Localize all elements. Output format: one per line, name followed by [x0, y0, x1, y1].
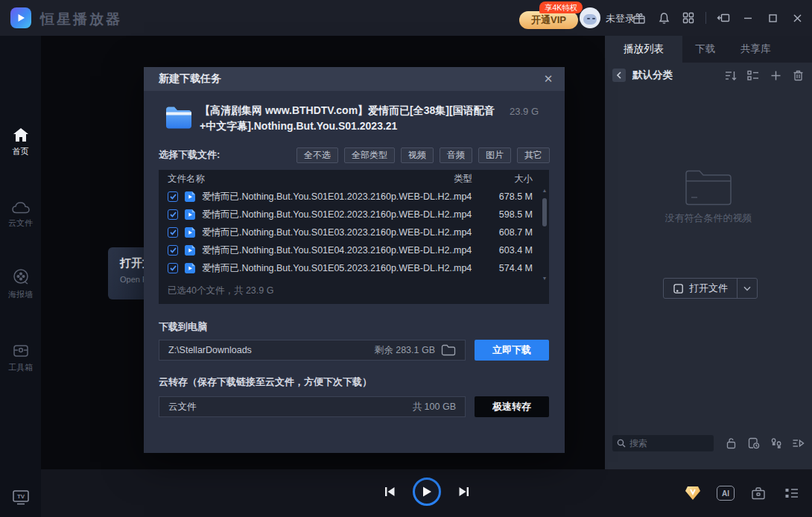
- download-now-button[interactable]: 立即下载: [475, 340, 549, 361]
- player-bar: AI: [41, 469, 812, 517]
- next-button[interactable]: [457, 486, 471, 498]
- play-button[interactable]: [413, 478, 441, 506]
- tab-playlist[interactable]: 播放列表: [605, 36, 682, 63]
- chevron-left-icon: [616, 72, 622, 79]
- sidebar-item-home[interactable]: 首页: [0, 127, 41, 157]
- cloud-file-value: 云文件: [168, 401, 197, 413]
- gift-icon[interactable]: [632, 10, 647, 25]
- dialog-header: 新建下载任务 ✕: [144, 67, 565, 91]
- apps-grid-icon[interactable]: [681, 10, 696, 25]
- cloud-icon: [11, 201, 31, 215]
- maximize-icon[interactable]: [765, 10, 780, 25]
- chevron-down-icon[interactable]: [738, 279, 757, 298]
- table-row[interactable]: 爱情而已.Nothing.But.You.S01E04.2023.2160p.W…: [159, 241, 549, 259]
- cloud-file-field[interactable]: 云文件 共 100 GB: [159, 396, 466, 417]
- download-path-value: Z:\StellarDownloads: [168, 345, 252, 355]
- mini-mode-icon[interactable]: [716, 10, 731, 25]
- scrollbar[interactable]: ▲ ▼: [542, 189, 548, 280]
- open-vip-button[interactable]: 开通VIP: [519, 11, 578, 29]
- video-file-icon: [184, 209, 196, 221]
- view-list-icon[interactable]: [746, 69, 760, 82]
- minimize-icon[interactable]: [740, 10, 755, 25]
- scroll-up-icon[interactable]: ▲: [542, 188, 548, 194]
- download-to-label: 下载到电脑: [159, 320, 207, 334]
- table-row[interactable]: 爱情而已.Nothing.But.You.S01E02.2023.2160p.W…: [159, 206, 549, 223]
- bell-icon[interactable]: [656, 10, 671, 25]
- dialog-title: 新建下载任务: [159, 72, 221, 86]
- video-file-icon: [184, 191, 196, 203]
- filter-button[interactable]: 图片: [478, 148, 511, 163]
- selection-summary: 已选40个文件，共 23.9 G: [168, 285, 273, 297]
- home-icon: [12, 127, 30, 143]
- avatar[interactable]: [580, 7, 600, 28]
- tab-shared-library[interactable]: 共享库: [728, 36, 784, 63]
- open-file-button[interactable]: 打开文件: [663, 278, 758, 299]
- filter-button[interactable]: 全不选: [296, 148, 338, 163]
- video-file-icon: [184, 244, 196, 256]
- browse-folder-icon[interactable]: [441, 344, 456, 356]
- app-logo-icon: [10, 7, 31, 28]
- play-icon: [422, 486, 432, 498]
- checkbox-checked[interactable]: [168, 263, 178, 273]
- filter-button[interactable]: 音频: [440, 148, 472, 163]
- sidebar-item-toolbox[interactable]: 工具箱: [0, 343, 41, 373]
- file-type: mp4: [454, 245, 485, 256]
- panel-body: 默认分类: [605, 63, 812, 469]
- file-type: mp4: [454, 263, 485, 273]
- fast-transfer-button[interactable]: 极速转存: [475, 396, 549, 417]
- scroll-down-icon[interactable]: ▼: [542, 276, 548, 282]
- empty-state-text: 没有符合条件的视频: [605, 212, 812, 225]
- task-total-size: 23.9 G: [510, 106, 539, 117]
- search-input[interactable]: [629, 438, 704, 448]
- previous-button[interactable]: [383, 486, 396, 498]
- filter-button[interactable]: 其它: [517, 148, 550, 163]
- vip-gem-icon[interactable]: [684, 485, 702, 501]
- header-size: 大小: [485, 173, 533, 185]
- checkbox-checked[interactable]: [168, 245, 178, 256]
- sidebar-item-posterwall[interactable]: 海报墙: [0, 268, 41, 300]
- play-mode-icon[interactable]: [792, 437, 805, 450]
- search-box[interactable]: [612, 435, 714, 451]
- ai-icon[interactable]: AI: [717, 485, 735, 501]
- checkbox-checked[interactable]: [168, 209, 178, 220]
- login-status[interactable]: 未登录: [606, 12, 635, 25]
- file-size: 678.5 M: [485, 191, 533, 202]
- close-icon[interactable]: [790, 10, 805, 25]
- file-size: 608.7 M: [485, 227, 533, 238]
- video-file-icon: [184, 226, 196, 238]
- back-button[interactable]: [612, 69, 626, 82]
- file-type: mp4: [454, 209, 485, 220]
- file-size: 603.4 M: [485, 245, 533, 256]
- sidebar: 首页 云文件 海报墙 工具箱 TV: [0, 36, 41, 517]
- tv-cast-icon[interactable]: TV: [11, 487, 31, 507]
- checkbox-checked[interactable]: [168, 227, 178, 238]
- table-row[interactable]: 爱情而已.Nothing.But.You.S01E05.2023.2160p.W…: [159, 259, 549, 277]
- briefcase-icon[interactable]: [749, 485, 767, 501]
- file-name: 爱情而已.Nothing.But.You.S01E02.2023.2160p.W…: [202, 209, 454, 221]
- file-type: mp4: [454, 191, 485, 202]
- checkbox-checked[interactable]: [168, 191, 178, 202]
- footprints-icon[interactable]: [770, 437, 782, 450]
- sidebar-item-cloud[interactable]: 云文件: [0, 201, 41, 229]
- sort-icon[interactable]: [724, 69, 738, 82]
- tab-download[interactable]: 下载: [682, 36, 728, 63]
- header-type: 类型: [454, 173, 485, 185]
- scrollbar-thumb[interactable]: [542, 198, 547, 226]
- trash-icon[interactable]: [791, 69, 805, 82]
- lock-open-icon[interactable]: [725, 437, 738, 450]
- filter-button[interactable]: 全部类型: [344, 148, 395, 163]
- download-path-field[interactable]: Z:\StellarDownloads 剩余 283.1 GB: [159, 340, 466, 361]
- table-row[interactable]: 爱情而已.Nothing.But.You.S01E01.2023.2160p.W…: [159, 188, 549, 206]
- play-history-icon[interactable]: [747, 437, 760, 450]
- playlist-toggle-icon[interactable]: [782, 485, 800, 501]
- file-name: 爱情而已.Nothing.But.You.S01E03.2023.2160p.W…: [202, 226, 454, 239]
- file-name: 爱情而已.Nothing.But.You.S01E01.2023.2160p.W…: [202, 191, 454, 203]
- add-playlist-icon[interactable]: [769, 69, 782, 82]
- table-row[interactable]: 爱情而已.Nothing.But.You.S01E03.2023.2160p.W…: [159, 223, 549, 241]
- select-files-label: 选择下载文件:: [159, 148, 220, 162]
- filter-button[interactable]: 视频: [401, 148, 434, 163]
- svg-text:TV: TV: [17, 493, 25, 500]
- folder-icon: [165, 105, 193, 130]
- dialog-close-icon[interactable]: ✕: [541, 72, 556, 86]
- category-label: 默认分类: [632, 69, 673, 82]
